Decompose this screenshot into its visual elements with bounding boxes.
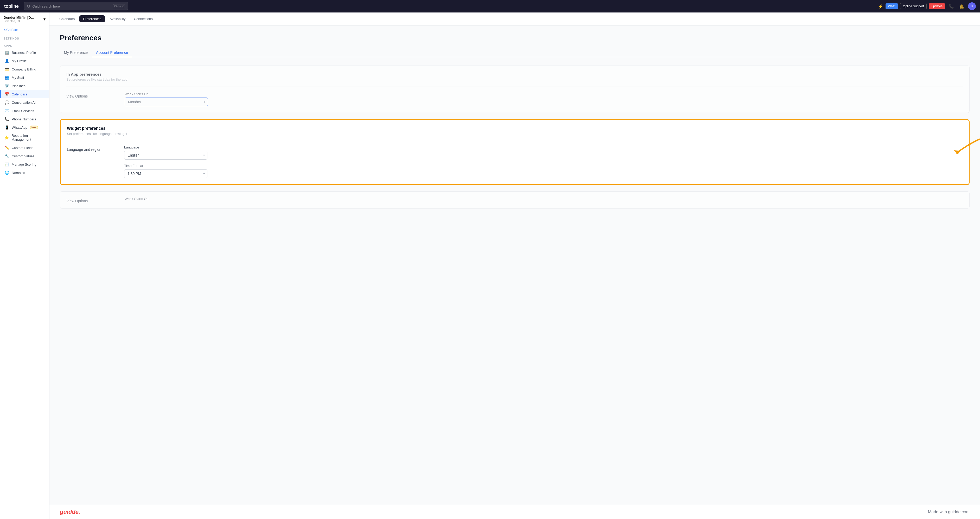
app-logo: topline — [4, 4, 19, 9]
sidebar-item-label: My Staff — [12, 76, 24, 79]
search-shortcut: Ctrl + K — [113, 4, 125, 8]
guidde-tagline: Made with guidde.com — [928, 509, 970, 514]
sidebar-item-my-profile[interactable]: 👤 My Profile — [0, 57, 49, 65]
in-app-preferences-desc: Set preferences like start day for the a… — [66, 78, 963, 81]
user-avatar[interactable]: U — [968, 2, 976, 10]
sidebar-item-custom-fields[interactable]: ✏️ Custom Fields — [0, 143, 49, 152]
language-select-wrapper: English Spanish French German Portuguese… — [124, 151, 207, 160]
settings-label: Settings — [0, 34, 49, 41]
widget-preferences-card: Widget preferences Set preferences like … — [60, 119, 970, 185]
sidebar-item-reputation-management[interactable]: ⭐ Reputation Management — [0, 132, 49, 143]
company-billing-icon: 💳 — [5, 67, 9, 71]
tab-account-preference[interactable]: Account Preference — [92, 48, 132, 57]
sidebar-item-label: Email Services — [12, 109, 34, 113]
sidebar-item-label: Manage Scoring — [12, 162, 37, 167]
main-layout: Dunder Mifflin [D... Scranton, PA ▾ < Go… — [0, 13, 980, 519]
view-options-label: View Options — [66, 92, 118, 98]
my-staff-icon: 👥 — [5, 75, 9, 79]
tab-calendars[interactable]: Calendars — [56, 15, 78, 22]
second-view-options-row: View Options Week Starts On — [66, 197, 963, 203]
week-starts-on-wrapper: Monday Sunday Saturday ▾ — [125, 97, 208, 106]
domains-icon: 🌐 — [5, 171, 9, 175]
content-area: Calendars Preferences Availability Conne… — [49, 13, 980, 519]
sidebar-item-calendars[interactable]: 📅 Calendars — [0, 90, 49, 98]
second-week-starts-control: Week Starts On — [125, 197, 208, 202]
subnav: Calendars Preferences Availability Conne… — [49, 13, 980, 25]
widget-preferences-container: Widget preferences Set preferences like … — [60, 119, 970, 185]
whatsapp-button[interactable]: What — [886, 3, 898, 9]
page-content: Preferences My Preference Account Prefer… — [49, 25, 980, 505]
sidebar-item-manage-scoring[interactable]: 📊 Manage Scoring — [0, 160, 49, 168]
in-app-preferences-section: In App preferences Set preferences like … — [60, 65, 970, 113]
second-view-options-label: View Options — [66, 197, 118, 203]
sidebar-item-label: Custom Fields — [12, 146, 33, 150]
bottom-bar: guidde. Made with guidde.com — [49, 505, 980, 519]
tab-connections[interactable]: Connections — [130, 15, 156, 22]
sidebar-item-phone-numbers[interactable]: 📞 Phone Numbers — [0, 115, 49, 123]
sidebar-item-label: Business Profile — [12, 51, 36, 55]
calendars-icon: 📅 — [5, 92, 9, 96]
week-starts-on-control: Week Starts On Monday Sunday Saturday ▾ — [125, 92, 208, 106]
tab-availability[interactable]: Availability — [106, 15, 129, 22]
search-icon — [27, 5, 30, 8]
svg-point-0 — [27, 5, 29, 7]
week-starts-on-select[interactable]: Monday Sunday Saturday — [125, 97, 208, 106]
updates-button[interactable]: updates — [929, 3, 945, 9]
time-format-control-group: Time Format 1:30 PM 13:30 ▾ — [124, 164, 207, 178]
sidebar-item-pipelines[interactable]: ⚙️ Pipelines — [0, 82, 49, 90]
bolt-icon: ⚡ — [878, 4, 883, 9]
tab-preferences[interactable]: Preferences — [80, 15, 105, 22]
second-week-starts-label: Week Starts On — [125, 197, 208, 201]
sidebar-item-label: WhatsApp — [12, 125, 27, 130]
sidebar-item-custom-values[interactable]: 🔧 Custom Values — [0, 152, 49, 160]
whatsapp-icon: 📱 — [5, 125, 9, 130]
support-button[interactable]: topline Support — [900, 3, 927, 10]
custom-values-icon: 🔧 — [5, 154, 9, 158]
second-view-options-section: View Options Week Starts On — [60, 191, 970, 208]
sidebar-item-label: Company Billing — [12, 67, 36, 71]
beta-badge: beta — [30, 125, 38, 129]
custom-fields-icon: ✏️ — [5, 146, 9, 150]
sidebar-item-label: Domains — [12, 171, 25, 175]
week-starts-on-label: Week Starts On — [125, 92, 208, 96]
account-switcher[interactable]: Dunder Mifflin [D... Scranton, PA ▾ — [0, 13, 49, 26]
go-back-link[interactable]: < Go Back — [0, 26, 49, 34]
time-format-select[interactable]: 1:30 PM 13:30 — [124, 169, 207, 178]
sidebar-item-label: Pipelines — [12, 84, 25, 88]
sidebar-item-domains[interactable]: 🌐 Domains — [0, 168, 49, 177]
page-title: Preferences — [60, 34, 970, 42]
tab-my-preference[interactable]: My Preference — [60, 48, 92, 57]
sidebar-item-label: Custom Values — [12, 154, 34, 158]
widget-pref-desc: Set preferences like language for widget — [67, 132, 963, 136]
notification-bell[interactable]: 🔔 — [958, 2, 966, 10]
account-sub: Scranton, PA — [4, 19, 34, 22]
lang-region-label: Language and region — [67, 145, 114, 152]
sidebar-item-whatsapp[interactable]: 📱 WhatsApp beta — [0, 123, 49, 132]
sidebar-item-label: Phone Numbers — [12, 117, 36, 121]
sidebar-item-conversation-ai[interactable]: 💬 Conversation AI — [0, 98, 49, 106]
search-bar[interactable]: Ctrl + K — [24, 2, 128, 10]
search-input[interactable] — [33, 5, 111, 8]
time-format-label: Time Format — [124, 164, 207, 168]
sidebar-item-company-billing[interactable]: 💳 Company Billing — [0, 65, 49, 73]
in-app-preferences-title: In App preferences — [66, 72, 963, 76]
my-profile-icon: 👤 — [5, 59, 9, 63]
sidebar-item-email-services[interactable]: ✉️ Email Services — [0, 106, 49, 115]
conversation-ai-icon: 💬 — [5, 100, 9, 105]
in-app-preferences-card: In App preferences Set preferences like … — [60, 65, 970, 113]
phone-icon-btn[interactable]: 📞 — [947, 2, 956, 10]
language-label: Language — [124, 145, 207, 149]
guidde-logo: guidde. — [60, 509, 80, 515]
business-profile-icon: 🏢 — [5, 51, 9, 55]
sidebar-item-label: Conversation AI — [12, 101, 36, 105]
sidebar-item-label: My Profile — [12, 59, 27, 63]
language-select[interactable]: English Spanish French German Portuguese — [124, 151, 207, 160]
language-controls: Language English Spanish French German P… — [124, 145, 207, 178]
top-navigation: topline Ctrl + K ⚡ What topline Support … — [0, 0, 980, 13]
manage-scoring-icon: 📊 — [5, 162, 9, 167]
sidebar-item-business-profile[interactable]: 🏢 Business Profile — [0, 48, 49, 57]
time-format-select-wrapper: 1:30 PM 13:30 ▾ — [124, 169, 207, 178]
account-name: Dunder Mifflin [D... — [4, 16, 34, 19]
sidebar-item-my-staff[interactable]: 👥 My Staff — [0, 73, 49, 82]
topnav-right: ⚡ What topline Support updates 📞 🔔 U — [878, 2, 976, 10]
